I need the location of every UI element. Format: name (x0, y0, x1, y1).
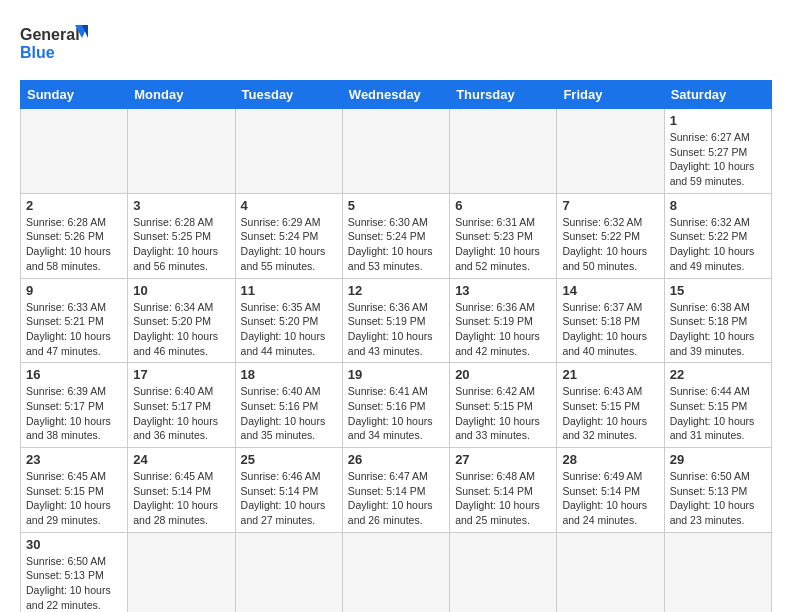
day-number: 3 (133, 198, 229, 213)
cell-sun-info: Sunrise: 6:47 AMSunset: 5:14 PMDaylight:… (348, 469, 444, 528)
day-of-week-header: Wednesday (342, 81, 449, 109)
calendar-cell: 5Sunrise: 6:30 AMSunset: 5:24 PMDaylight… (342, 193, 449, 278)
day-of-week-header: Tuesday (235, 81, 342, 109)
day-number: 17 (133, 367, 229, 382)
day-number: 25 (241, 452, 337, 467)
cell-sun-info: Sunrise: 6:28 AMSunset: 5:26 PMDaylight:… (26, 215, 122, 274)
cell-sun-info: Sunrise: 6:46 AMSunset: 5:14 PMDaylight:… (241, 469, 337, 528)
day-number: 2 (26, 198, 122, 213)
cell-sun-info: Sunrise: 6:50 AMSunset: 5:13 PMDaylight:… (670, 469, 766, 528)
day-number: 19 (348, 367, 444, 382)
header: GeneralBlue (20, 20, 772, 70)
cell-sun-info: Sunrise: 6:36 AMSunset: 5:19 PMDaylight:… (348, 300, 444, 359)
cell-sun-info: Sunrise: 6:37 AMSunset: 5:18 PMDaylight:… (562, 300, 658, 359)
calendar-cell: 7Sunrise: 6:32 AMSunset: 5:22 PMDaylight… (557, 193, 664, 278)
cell-sun-info: Sunrise: 6:33 AMSunset: 5:21 PMDaylight:… (26, 300, 122, 359)
calendar-cell: 24Sunrise: 6:45 AMSunset: 5:14 PMDayligh… (128, 448, 235, 533)
cell-sun-info: Sunrise: 6:28 AMSunset: 5:25 PMDaylight:… (133, 215, 229, 274)
day-of-week-header: Friday (557, 81, 664, 109)
cell-sun-info: Sunrise: 6:40 AMSunset: 5:17 PMDaylight:… (133, 384, 229, 443)
calendar-cell: 14Sunrise: 6:37 AMSunset: 5:18 PMDayligh… (557, 278, 664, 363)
calendar-cell: 22Sunrise: 6:44 AMSunset: 5:15 PMDayligh… (664, 363, 771, 448)
calendar-week-row: 16Sunrise: 6:39 AMSunset: 5:17 PMDayligh… (21, 363, 772, 448)
day-number: 30 (26, 537, 122, 552)
calendar-cell: 26Sunrise: 6:47 AMSunset: 5:14 PMDayligh… (342, 448, 449, 533)
cell-sun-info: Sunrise: 6:32 AMSunset: 5:22 PMDaylight:… (562, 215, 658, 274)
cell-sun-info: Sunrise: 6:32 AMSunset: 5:22 PMDaylight:… (670, 215, 766, 274)
calendar-cell: 30Sunrise: 6:50 AMSunset: 5:13 PMDayligh… (21, 532, 128, 612)
calendar-cell: 23Sunrise: 6:45 AMSunset: 5:15 PMDayligh… (21, 448, 128, 533)
logo-svg: GeneralBlue (20, 20, 90, 70)
logo: GeneralBlue (20, 20, 90, 70)
day-number: 13 (455, 283, 551, 298)
calendar-cell: 12Sunrise: 6:36 AMSunset: 5:19 PMDayligh… (342, 278, 449, 363)
cell-sun-info: Sunrise: 6:40 AMSunset: 5:16 PMDaylight:… (241, 384, 337, 443)
calendar-cell (21, 109, 128, 194)
calendar-cell: 20Sunrise: 6:42 AMSunset: 5:15 PMDayligh… (450, 363, 557, 448)
day-number: 28 (562, 452, 658, 467)
calendar-cell: 8Sunrise: 6:32 AMSunset: 5:22 PMDaylight… (664, 193, 771, 278)
calendar-cell: 9Sunrise: 6:33 AMSunset: 5:21 PMDaylight… (21, 278, 128, 363)
day-number: 11 (241, 283, 337, 298)
cell-sun-info: Sunrise: 6:42 AMSunset: 5:15 PMDaylight:… (455, 384, 551, 443)
cell-sun-info: Sunrise: 6:30 AMSunset: 5:24 PMDaylight:… (348, 215, 444, 274)
cell-sun-info: Sunrise: 6:36 AMSunset: 5:19 PMDaylight:… (455, 300, 551, 359)
calendar-cell: 15Sunrise: 6:38 AMSunset: 5:18 PMDayligh… (664, 278, 771, 363)
calendar-week-row: 9Sunrise: 6:33 AMSunset: 5:21 PMDaylight… (21, 278, 772, 363)
cell-sun-info: Sunrise: 6:43 AMSunset: 5:15 PMDaylight:… (562, 384, 658, 443)
calendar-cell: 4Sunrise: 6:29 AMSunset: 5:24 PMDaylight… (235, 193, 342, 278)
cell-sun-info: Sunrise: 6:29 AMSunset: 5:24 PMDaylight:… (241, 215, 337, 274)
day-number: 29 (670, 452, 766, 467)
day-number: 23 (26, 452, 122, 467)
day-number: 9 (26, 283, 122, 298)
day-number: 1 (670, 113, 766, 128)
calendar-cell: 13Sunrise: 6:36 AMSunset: 5:19 PMDayligh… (450, 278, 557, 363)
cell-sun-info: Sunrise: 6:27 AMSunset: 5:27 PMDaylight:… (670, 130, 766, 189)
calendar-cell: 1Sunrise: 6:27 AMSunset: 5:27 PMDaylight… (664, 109, 771, 194)
day-number: 26 (348, 452, 444, 467)
calendar-cell: 10Sunrise: 6:34 AMSunset: 5:20 PMDayligh… (128, 278, 235, 363)
calendar-week-row: 30Sunrise: 6:50 AMSunset: 5:13 PMDayligh… (21, 532, 772, 612)
calendar-cell (450, 532, 557, 612)
cell-sun-info: Sunrise: 6:48 AMSunset: 5:14 PMDaylight:… (455, 469, 551, 528)
calendar-cell (557, 109, 664, 194)
day-of-week-header: Saturday (664, 81, 771, 109)
calendar-cell (235, 532, 342, 612)
calendar-cell (450, 109, 557, 194)
svg-text:Blue: Blue (20, 44, 55, 61)
calendar-cell (342, 109, 449, 194)
day-of-week-header: Thursday (450, 81, 557, 109)
calendar: SundayMondayTuesdayWednesdayThursdayFrid… (20, 80, 772, 612)
day-number: 18 (241, 367, 337, 382)
day-number: 14 (562, 283, 658, 298)
calendar-cell (557, 532, 664, 612)
calendar-header-row: SundayMondayTuesdayWednesdayThursdayFrid… (21, 81, 772, 109)
calendar-cell: 2Sunrise: 6:28 AMSunset: 5:26 PMDaylight… (21, 193, 128, 278)
calendar-cell: 27Sunrise: 6:48 AMSunset: 5:14 PMDayligh… (450, 448, 557, 533)
calendar-cell: 3Sunrise: 6:28 AMSunset: 5:25 PMDaylight… (128, 193, 235, 278)
day-number: 22 (670, 367, 766, 382)
calendar-cell: 19Sunrise: 6:41 AMSunset: 5:16 PMDayligh… (342, 363, 449, 448)
day-number: 12 (348, 283, 444, 298)
calendar-cell: 29Sunrise: 6:50 AMSunset: 5:13 PMDayligh… (664, 448, 771, 533)
day-number: 21 (562, 367, 658, 382)
calendar-cell (342, 532, 449, 612)
day-number: 16 (26, 367, 122, 382)
cell-sun-info: Sunrise: 6:31 AMSunset: 5:23 PMDaylight:… (455, 215, 551, 274)
calendar-cell: 25Sunrise: 6:46 AMSunset: 5:14 PMDayligh… (235, 448, 342, 533)
calendar-week-row: 2Sunrise: 6:28 AMSunset: 5:26 PMDaylight… (21, 193, 772, 278)
cell-sun-info: Sunrise: 6:44 AMSunset: 5:15 PMDaylight:… (670, 384, 766, 443)
calendar-cell (128, 532, 235, 612)
calendar-cell: 28Sunrise: 6:49 AMSunset: 5:14 PMDayligh… (557, 448, 664, 533)
cell-sun-info: Sunrise: 6:35 AMSunset: 5:20 PMDaylight:… (241, 300, 337, 359)
day-number: 4 (241, 198, 337, 213)
cell-sun-info: Sunrise: 6:38 AMSunset: 5:18 PMDaylight:… (670, 300, 766, 359)
cell-sun-info: Sunrise: 6:34 AMSunset: 5:20 PMDaylight:… (133, 300, 229, 359)
cell-sun-info: Sunrise: 6:39 AMSunset: 5:17 PMDaylight:… (26, 384, 122, 443)
svg-text:General: General (20, 26, 80, 43)
calendar-cell: 6Sunrise: 6:31 AMSunset: 5:23 PMDaylight… (450, 193, 557, 278)
day-number: 10 (133, 283, 229, 298)
day-number: 24 (133, 452, 229, 467)
calendar-week-row: 1Sunrise: 6:27 AMSunset: 5:27 PMDaylight… (21, 109, 772, 194)
cell-sun-info: Sunrise: 6:50 AMSunset: 5:13 PMDaylight:… (26, 554, 122, 612)
